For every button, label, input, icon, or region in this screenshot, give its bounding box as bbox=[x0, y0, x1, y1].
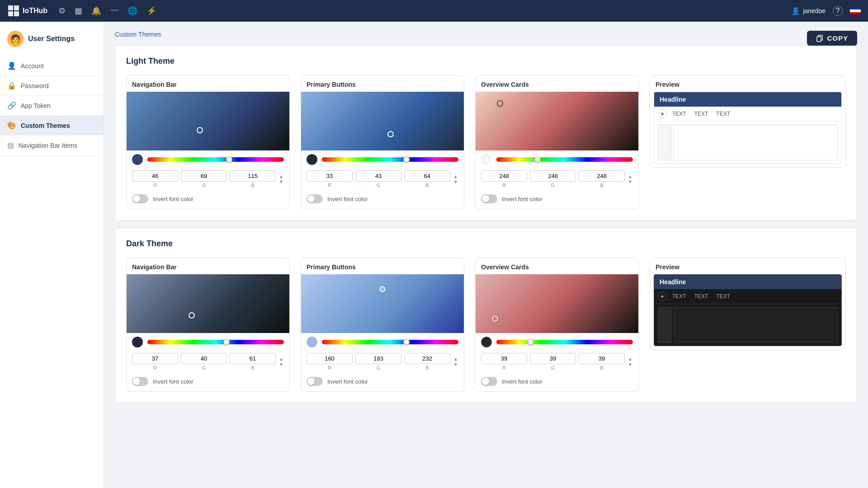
svg-rect-1 bbox=[14, 5, 19, 10]
sidebar-item-password[interactable]: 🔒 Password bbox=[0, 76, 104, 96]
dark-btn-hue-thumb[interactable] bbox=[403, 339, 410, 345]
dark-preview-tab-2[interactable]: TEXT bbox=[692, 292, 711, 300]
sidebar-item-custom-themes[interactable]: 🎨 Custom Themes bbox=[0, 116, 104, 136]
light-btn-up[interactable]: ▲ bbox=[453, 174, 458, 179]
dark-primary-buttons-card: Primary Buttons R bbox=[301, 258, 464, 392]
light-cards-stepper[interactable]: ▲ ▼ bbox=[627, 174, 633, 185]
dark-nav-invert-toggle[interactable] bbox=[132, 377, 148, 386]
user-profile[interactable]: 👤 janedoe bbox=[791, 7, 826, 15]
globe-icon[interactable]: 🌐 bbox=[127, 6, 137, 16]
dark-cards-stepper[interactable]: ▲ ▼ bbox=[627, 357, 633, 367]
dark-btn-rgb-row: R G B ▲ ▼ bbox=[301, 351, 464, 372]
analytics-icon[interactable]: 〰 bbox=[110, 6, 118, 16]
grid-icon[interactable]: ▦ bbox=[75, 6, 82, 16]
dark-btn-b-input[interactable] bbox=[404, 353, 450, 364]
settings-icon[interactable]: ⚙ bbox=[58, 6, 66, 16]
dark-btn-dot[interactable] bbox=[379, 286, 386, 292]
light-nav-hue-thumb[interactable] bbox=[226, 156, 232, 163]
sidebar-item-account[interactable]: 👤 Account bbox=[0, 56, 104, 76]
dark-cards-up[interactable]: ▲ bbox=[627, 357, 633, 362]
dark-btn-gradient[interactable] bbox=[301, 274, 464, 333]
dark-preview-tab-1[interactable]: TEXT bbox=[670, 292, 689, 300]
dark-cards-hue-slider[interactable] bbox=[496, 340, 633, 344]
dark-btn-invert-toggle[interactable] bbox=[307, 377, 323, 386]
dark-preview-tab-3[interactable]: TEXT bbox=[713, 292, 733, 300]
dark-nav-hue-thumb[interactable] bbox=[223, 339, 230, 345]
light-nav-g-input[interactable] bbox=[181, 170, 227, 182]
dark-nav-down[interactable]: ▼ bbox=[278, 362, 284, 367]
light-nav-up[interactable]: ▲ bbox=[278, 174, 284, 179]
dark-nav-g-input[interactable] bbox=[181, 353, 227, 364]
light-nav-stepper[interactable]: ▲ ▼ bbox=[278, 174, 284, 185]
light-btn-gradient[interactable] bbox=[301, 92, 464, 150]
light-preview-tab-2[interactable]: TEXT bbox=[692, 110, 711, 118]
light-cards-up[interactable]: ▲ bbox=[627, 174, 633, 179]
dark-cards-hue-thumb[interactable] bbox=[528, 339, 534, 345]
alerts-icon[interactable]: 🔔 bbox=[91, 6, 101, 16]
light-nav-hue-slider[interactable] bbox=[147, 157, 284, 162]
language-flag[interactable] bbox=[850, 7, 861, 14]
light-btn-g-input[interactable] bbox=[355, 170, 401, 182]
light-nav-r-input[interactable] bbox=[132, 170, 178, 182]
dark-cards-invert-toggle[interactable] bbox=[481, 377, 497, 386]
light-nav-invert-toggle[interactable] bbox=[132, 194, 148, 203]
dark-cards-gradient[interactable] bbox=[476, 274, 638, 333]
light-btn-stepper[interactable]: ▲ ▼ bbox=[453, 174, 458, 185]
light-theme-columns: Navigation Bar R bbox=[126, 75, 846, 209]
light-btn-b-input[interactable] bbox=[404, 170, 450, 182]
dark-cards-b-input[interactable] bbox=[579, 353, 625, 364]
dark-cards-g-input[interactable] bbox=[530, 353, 576, 364]
light-preview-tab-3[interactable]: TEXT bbox=[713, 110, 733, 118]
dark-btn-stepper[interactable]: ▲ ▼ bbox=[453, 357, 458, 367]
light-btn-down[interactable]: ▼ bbox=[453, 179, 458, 185]
light-cards-invert-row: Invert font color bbox=[476, 190, 638, 209]
light-preview-tab-1[interactable]: TEXT bbox=[670, 110, 689, 118]
light-nav-down[interactable]: ▼ bbox=[278, 179, 284, 185]
light-cards-down[interactable]: ▼ bbox=[627, 179, 633, 185]
dark-nav-r-input[interactable] bbox=[132, 353, 178, 364]
lightning-icon[interactable]: ⚡ bbox=[146, 6, 156, 16]
light-preview-body bbox=[654, 122, 841, 163]
light-cards-gradient[interactable] bbox=[476, 92, 638, 150]
light-cards-b-input[interactable] bbox=[579, 170, 625, 182]
light-btn-dot[interactable] bbox=[387, 131, 394, 137]
app-logo[interactable]: IoTHub bbox=[7, 5, 47, 17]
dark-nav-dot[interactable] bbox=[189, 312, 195, 319]
light-nav-dot[interactable] bbox=[197, 127, 203, 133]
dark-preview-plus-icon[interactable]: + bbox=[658, 292, 667, 301]
dark-nav-stepper[interactable]: ▲ ▼ bbox=[278, 357, 284, 367]
sidebar-item-app-token[interactable]: 🔗 App Token bbox=[0, 96, 104, 116]
light-cards-invert-toggle[interactable] bbox=[481, 194, 497, 203]
dark-cards-dot[interactable] bbox=[492, 315, 498, 322]
light-nav-b-input[interactable] bbox=[230, 170, 276, 182]
help-icon[interactable]: ? bbox=[833, 6, 843, 16]
light-nav-gradient[interactable] bbox=[127, 92, 289, 150]
dark-btn-hue-slider[interactable] bbox=[322, 340, 458, 344]
light-btn-r-input[interactable] bbox=[307, 170, 353, 182]
light-cards-g-input[interactable] bbox=[530, 170, 576, 182]
light-cards-r-input[interactable] bbox=[481, 170, 527, 182]
light-cards-label: Overview Cards bbox=[476, 75, 638, 92]
dark-btn-g-input[interactable] bbox=[355, 353, 401, 364]
dark-btn-r-input[interactable] bbox=[307, 353, 353, 364]
dark-nav-gradient[interactable] bbox=[127, 274, 289, 333]
copy-button[interactable]: COPY bbox=[807, 31, 857, 46]
light-cards-hue-slider[interactable] bbox=[496, 157, 633, 162]
light-preview-plus-icon[interactable]: + bbox=[658, 109, 667, 118]
light-btn-hue-thumb[interactable] bbox=[403, 156, 410, 163]
dark-nav-hue-slider[interactable] bbox=[147, 340, 284, 344]
light-btn-invert-toggle[interactable] bbox=[307, 194, 323, 203]
dark-btn-down[interactable]: ▼ bbox=[453, 362, 458, 367]
dark-cards-down[interactable]: ▼ bbox=[627, 362, 633, 367]
custom-themes-label: Custom Themes bbox=[21, 122, 70, 129]
light-cards-dot[interactable] bbox=[497, 100, 503, 107]
sidebar-item-nav-bar-items[interactable]: ▤ Navigation Bar Items bbox=[0, 136, 104, 155]
dark-nav-toggle-thumb bbox=[133, 378, 140, 385]
dark-nav-up[interactable]: ▲ bbox=[278, 357, 284, 362]
dark-cards-r-input[interactable] bbox=[481, 353, 527, 364]
dark-nav-b-input[interactable] bbox=[230, 353, 276, 364]
light-cards-hue-thumb[interactable] bbox=[534, 156, 541, 163]
dark-btn-up[interactable]: ▲ bbox=[453, 357, 458, 362]
dark-nav-b-col: B bbox=[230, 353, 276, 371]
light-btn-hue-slider[interactable] bbox=[322, 157, 458, 162]
